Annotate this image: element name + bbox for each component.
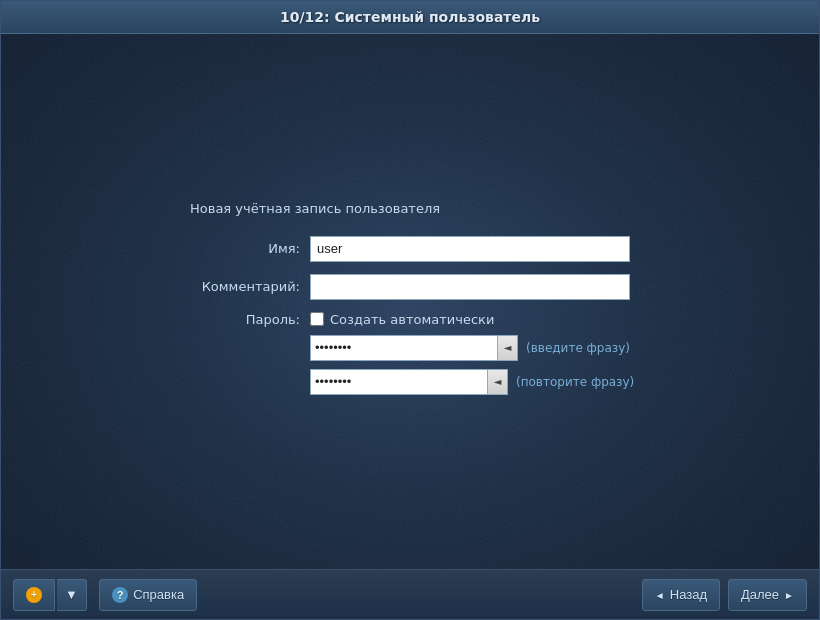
password-input-2[interactable]: [310, 369, 488, 395]
password-field-wrap-2: ◄: [310, 369, 508, 395]
form-container: Новая учётная запись пользователя Имя: К…: [150, 171, 670, 433]
next-label: Далее: [741, 587, 779, 602]
help-icon: ?: [112, 587, 128, 603]
password-hint-1: (введите фразу): [526, 341, 630, 355]
auto-create-content: Создать автоматически: [310, 312, 494, 327]
name-input[interactable]: [310, 236, 630, 262]
password-row-2: ◄ (повторите фразу): [190, 369, 630, 395]
comment-label: Комментарий:: [190, 279, 310, 294]
password-toggle-1[interactable]: ◄: [498, 335, 518, 361]
action-dropdown-button[interactable]: ▼: [57, 579, 87, 611]
password-field-wrap-1: ◄: [310, 335, 518, 361]
next-button[interactable]: Далее: [728, 579, 807, 611]
password-hint-2: (повторите фразу): [516, 375, 634, 389]
section-title: Новая учётная запись пользователя: [190, 201, 630, 216]
comment-input[interactable]: [310, 274, 630, 300]
name-label: Имя:: [190, 241, 310, 256]
bottom-bar: + ▼ ? Справка Назад Далее: [1, 569, 819, 619]
back-label: Назад: [670, 587, 707, 602]
bottom-left: + ▼ ? Справка: [13, 579, 197, 611]
password-label-auto: Пароль:: [190, 312, 310, 327]
auto-create-text: Создать автоматически: [330, 312, 494, 327]
installer-window: 10/12: Системный пользователь Новая учёт…: [0, 0, 820, 620]
password-toggle-2[interactable]: ◄: [488, 369, 508, 395]
bottom-right: Назад Далее: [642, 579, 807, 611]
name-row: Имя:: [190, 236, 630, 262]
next-arrow-icon: [784, 587, 794, 602]
password-row-1: ◄ (введите фразу): [190, 335, 630, 361]
dropdown-arrow-icon: ▼: [65, 587, 78, 602]
auto-create-row: Пароль: Создать автоматически: [190, 312, 630, 327]
auto-create-checkbox[interactable]: [310, 312, 324, 326]
help-button[interactable]: ? Справка: [99, 579, 197, 611]
action-icon: +: [26, 587, 42, 603]
main-content: Новая учётная запись пользователя Имя: К…: [1, 34, 819, 569]
title-bar: 10/12: Системный пользователь: [1, 1, 819, 34]
window-title: 10/12: Системный пользователь: [280, 9, 540, 25]
action-main-button[interactable]: +: [13, 579, 55, 611]
password-input-1[interactable]: [310, 335, 498, 361]
help-label: Справка: [133, 587, 184, 602]
comment-row: Комментарий:: [190, 274, 630, 300]
back-arrow-icon: [655, 587, 665, 602]
back-button[interactable]: Назад: [642, 579, 720, 611]
